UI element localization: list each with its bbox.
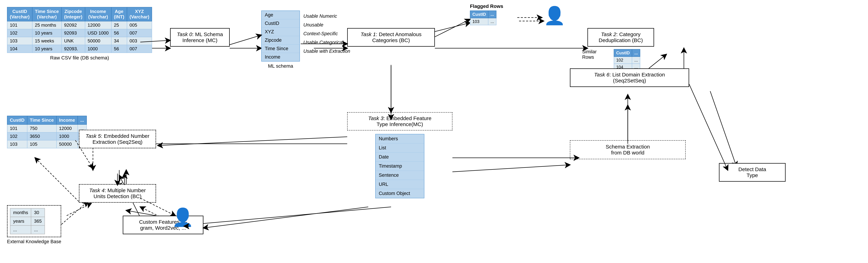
feature-type-timestamp: Timestamp	[376, 162, 424, 171]
task5-box: Task 5: Embedded NumberExtraction (Seq2S…	[79, 130, 156, 148]
external-kb-label: External Knowledge Base	[7, 239, 61, 244]
flagged-rows-table: CustID ... 103 ...	[470, 10, 496, 25]
label-usable-extraction: Usable with Extraction	[303, 47, 350, 56]
svg-line-25	[649, 54, 666, 68]
table-row: 102 3650 1000 ...	[7, 132, 87, 140]
person-icon-bottom: 👤	[172, 207, 194, 228]
similar-rows-table: CustID ... 102 ... 104 ...	[614, 49, 640, 71]
svg-line-3	[435, 23, 470, 32]
task5-label: Task 5: Embedded NumberExtraction (Seq2S…	[79, 130, 156, 148]
raw-csv-table: CustID(Varchar) Time Since(Varchar) Zipc…	[7, 7, 152, 53]
svg-line-38	[204, 207, 368, 228]
task3-box: Task 3: Embedded FeatureType Inference(M…	[347, 112, 453, 198]
col-header-custid: CustID(Varchar)	[7, 7, 32, 21]
feature-type-url: URL	[376, 180, 424, 189]
raw-table-label: Raw CSV file (DB schema)	[7, 55, 152, 61]
ml-schema-type-labels: Usable Numeric Unusable Context-Specific…	[303, 12, 350, 56]
svg-line-31	[435, 19, 470, 37]
task0-box: Task 0: ML SchemaInference (MC)	[170, 28, 230, 46]
table-row: ... ...	[10, 226, 45, 234]
task2-label: Task 2: CategoryDeduplication (BC)	[587, 28, 654, 46]
table-row: 101 750 12000 ...	[7, 125, 87, 132]
feature-type-custom: Custom Object	[376, 189, 424, 198]
ml-schema-item-timesince: Time Since	[261, 44, 300, 53]
svg-line-23	[453, 165, 570, 172]
task1-label: Task 1: Detect AnomalousCategories (BC)	[347, 28, 435, 46]
person-icon-top: 👤	[544, 5, 565, 26]
label-usable-categorical: Usable Categorical	[303, 38, 350, 47]
similar-rows-label: SimilarRows	[582, 49, 597, 60]
flagged-rows-label: Flagged Rows	[470, 3, 503, 9]
table-row: years 365	[10, 217, 45, 226]
task4-box: Task 4: Multiple NumberUnits Detection (…	[79, 184, 156, 203]
table-row: 103 15 weeks UNK 50000 34 003	[7, 37, 152, 45]
ml-schema-item-age: Age	[261, 11, 300, 19]
task6-box: Task 6: List Domain Extraction(Seq2SetSe…	[570, 68, 689, 87]
col-header-income: Income(Varchar)	[85, 7, 111, 21]
table-row: 102 ...	[614, 57, 640, 64]
label-usable-numeric: Usable Numeric	[303, 12, 350, 21]
svg-line-22	[158, 137, 347, 145]
ml-schema-item-xyz: XYZ	[261, 28, 300, 36]
col-header-xyz: XYZ(Varchar)	[127, 7, 152, 21]
extracted-table-section: CustID Time Since Income ... 101 750 120…	[7, 116, 87, 148]
task2-box: Task 2: CategoryDeduplication (BC)	[587, 28, 654, 46]
similar-rows-table-wrapper: CustID ... 102 ... 104 ...	[614, 49, 640, 71]
ml-schema-list: Age CustID XYZ Zipcode Time Since Income	[261, 10, 300, 62]
svg-line-20	[230, 35, 261, 45]
svg-line-10	[35, 158, 79, 202]
feature-type-numbers: Numbers	[376, 134, 424, 143]
feature-type-date: Date	[376, 153, 424, 162]
table-row: months 30	[10, 208, 45, 217]
flagged-rows-section: Flagged Rows CustID ... 103 ...	[470, 3, 503, 25]
svg-line-18	[710, 91, 737, 167]
col-header-timesince: Time Since(Varchar)	[32, 7, 62, 21]
raw-table-section: CustID(Varchar) Time Since(Varchar) Zipc…	[7, 7, 152, 61]
table-row: 103 105 50000 ...	[7, 140, 87, 148]
feature-types-list: Numbers List Date Timestamp Sentence URL…	[375, 134, 424, 198]
label-context-specific: Context-Specific	[303, 29, 350, 38]
kb-table: months 30 years 365 ... ...	[10, 208, 45, 234]
external-kb-box: months 30 years 365 ... ...	[7, 205, 61, 237]
schema-extraction-box: Schema Extractionfrom DB world	[570, 140, 686, 159]
feature-type-sentence: Sentence	[376, 171, 424, 180]
svg-line-27	[126, 210, 156, 216]
feature-type-list: List	[376, 143, 424, 153]
ml-schema-item-custid: CustID	[261, 19, 300, 28]
task1-box: Task 1: Detect AnomalousCategories (BC)	[347, 28, 435, 46]
svg-line-12	[61, 202, 88, 224]
external-kb-section: months 30 years 365 ... ... External Kno…	[7, 205, 61, 244]
ml-schema-section: Age CustID XYZ Zipcode Time Since Income…	[261, 10, 300, 69]
table-row: 102 10 years 92093 USD 1000 56 007	[7, 29, 152, 37]
task0-label: Task 0: ML SchemaInference (MC)	[170, 28, 230, 46]
svg-line-26	[689, 84, 728, 170]
col-header-zipcode: Zipcode(Integer)	[62, 7, 85, 21]
task3-label: Task 3: Embedded FeatureType Inference(M…	[347, 112, 453, 130]
table-row: 104 10 years 92093. 1000 56 007	[7, 45, 152, 53]
ml-schema-label: ML schema	[261, 63, 300, 69]
detect-data-type-label: Detect DataType	[719, 163, 785, 182]
table-row: 101 25 months 92092 12000 25 005	[7, 21, 152, 29]
task4-label: Task 4: Multiple NumberUnits Detection (…	[79, 184, 156, 203]
col-header-age: Age(INT)	[111, 7, 127, 21]
svg-line-14	[193, 207, 391, 224]
ml-schema-item-zipcode: Zipcode	[261, 36, 300, 44]
diagram-container: CustID(Varchar) Time Since(Varchar) Zipc…	[0, 0, 868, 263]
similar-rows-section: SimilarRows	[582, 49, 597, 61]
table-row: 103 ...	[470, 18, 496, 25]
svg-line-37	[67, 203, 91, 216]
schema-extraction-label: Schema Extractionfrom DB world	[570, 140, 686, 159]
detect-data-type-box: Detect DataType	[719, 163, 785, 182]
label-unusable: Unusable	[303, 21, 350, 29]
ml-schema-item-income: Income	[261, 53, 300, 61]
task6-label: Task 6: List Domain Extraction(Seq2SetSe…	[570, 68, 689, 87]
extracted-table: CustID Time Since Income ... 101 750 120…	[7, 116, 87, 148]
